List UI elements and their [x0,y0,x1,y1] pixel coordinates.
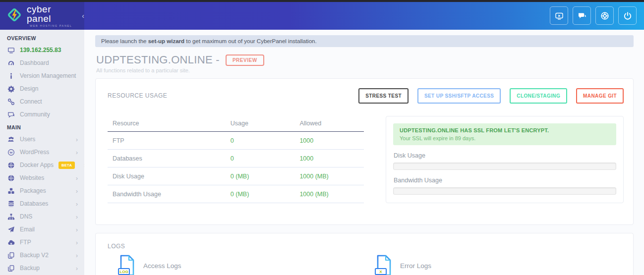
chevron-right-icon: › [76,175,78,181]
chevron-right-icon: › [76,252,78,259]
resource-usage-card: RESOURCE USAGE STRESS TESTSET UP SSH/SFT… [95,78,634,225]
beta-badge: BETA [59,162,75,169]
bandwidth-usage-label: Bandwidth Usage [394,177,616,184]
sidebar-item-backup-v2[interactable]: Backup V2› [0,249,84,262]
sitemap-icon [7,213,15,220]
sidebar-item-email[interactable]: Email› [0,223,84,236]
sidebar-item-community[interactable]: Community [0,108,84,121]
resource-usage-value: 0 [226,150,295,167]
table-row: Bandwidth Usage0 (MB)1000 (MB) [108,185,364,203]
error-file-icon: X [374,254,393,275]
chevron-right-icon: › [76,265,78,272]
table-row: FTP01000 [108,132,364,150]
resource-name: Bandwidth Usage [108,185,226,203]
resource-usage-value: 0 (MB) [226,167,295,185]
power-icon [623,11,633,21]
ssl-status-panel: UDPTESTING.ONLINE HAS SSL FROM LET'S ENC… [386,116,624,203]
sidebar-item-connect[interactable]: Connect [0,95,84,108]
resource-usage-title: RESOURCE USAGE [108,88,167,99]
page-title: UDPTESTING.ONLINE - [96,54,220,66]
monitor-icon [7,47,15,54]
log-label: Access Logs [143,262,181,270]
stress-test-button[interactable]: STRESS TEST [358,88,409,104]
resource-action-buttons: STRESS TESTSET UP SSH/SFTP ACCESSCLONE/S… [358,88,624,104]
manage-git-button[interactable]: MANAGE GIT [576,88,624,104]
resource-name: Databases [108,150,226,167]
notice-text-suffix: to get maximum out of your CyberPanel in… [184,38,317,44]
sidebar-item-label: Design [20,85,38,92]
resource-allowed-value: 1000 [294,150,364,167]
sidebar-item-label: Backup V2 [20,252,49,259]
app-subtitle: WEB HOSTING PANEL [27,25,75,28]
sidebar-item-wordpress[interactable]: WWordPress› [0,146,84,159]
chevron-right-icon: › [76,239,78,246]
setup-wizard-notice: Please launch the set-up wizard to get m… [95,35,634,47]
chevron-right-icon: › [76,214,78,220]
sidebar-item-websites[interactable]: Websites› [0,171,84,184]
sidebar-item-label: Databases [20,200,48,207]
access-logs-link[interactable]: LOGAccess Logs [108,254,364,275]
sidebar-item-backup[interactable]: Backup› [0,262,84,275]
chevron-right-icon: › [76,226,78,233]
svg-text:W: W [9,151,13,155]
sidebar-section-overview: OVERVIEW [0,32,84,44]
resource-allowed-value: 1000 (MB) [294,185,364,203]
sidebar-item-ftp[interactable]: FTP› [0,236,84,249]
sidebar-item-packages[interactable]: Packages› [0,184,84,197]
sidebar-item-version-management[interactable]: Version Management [0,69,84,82]
error-logs-link[interactable]: XError Logs [364,254,621,275]
sidebar-item-dashboard[interactable]: Dashboard [0,56,84,69]
resource-name: Disk Usage [108,167,226,185]
youtube-button[interactable] [550,6,568,25]
sidebar-item-label: Packages [20,187,46,194]
chat-button[interactable] [573,6,591,25]
gear-icon [7,85,15,93]
sidebar-collapse-button[interactable]: ‹ [82,12,84,20]
sidebar-item-139-162-255-83[interactable]: 139.162.255.83 [0,44,84,56]
support-button[interactable] [595,6,614,25]
app-title: cyber panel [27,4,75,23]
sidebar-item-label: Connect [20,98,42,105]
sidebar-item-label: 139.162.255.83 [20,47,61,54]
database-icon [7,200,15,208]
sidebar-item-users[interactable]: Users› [0,133,84,146]
sidebar-item-label: Version Management [20,72,76,79]
sidebar-item-docker-apps[interactable]: Docker AppsBETA› [0,159,84,171]
clone-staging-button[interactable]: CLONE/STAGING [510,88,567,104]
paper-plane-icon [7,226,15,233]
logs-row: LOGAccess LogsXError Logs [108,254,621,275]
copy-icon [7,252,15,259]
ssl-status-alert: UDPTESTING.ONLINE HAS SSL FROM LET'S ENC… [393,123,616,145]
sidebar: OVERVIEW139.162.255.83DashboardVersion M… [0,30,84,275]
power-button[interactable] [618,6,637,25]
log-file-icon: LOG [117,254,136,275]
sidebar-item-label: Community [20,111,50,118]
comments-icon [577,11,587,21]
chevron-right-icon: › [76,149,78,156]
ssh-sftp-access-button[interactable]: SET UP SSH/SFTP ACCESS [417,88,501,104]
preview-button[interactable]: PREVIEW [226,55,264,66]
sidebar-item-databases[interactable]: Databases› [0,197,84,210]
link-icon [7,98,15,106]
resource-name: FTP [108,132,226,150]
wordpress-icon: W [7,149,15,156]
sidebar-item-label: FTP [20,239,31,246]
youtube-icon [554,11,564,21]
header-actions [550,6,637,25]
notice-text: Please launch the [101,38,148,44]
sidebar-item-design[interactable]: Design [0,82,84,95]
logs-card: LOGS LOGAccess LogsXError Logs [95,233,634,275]
resource-allowed-value: 1000 [294,132,364,150]
sidebar-item-label: Users [20,136,35,143]
sidebar-item-dns[interactable]: DNS› [0,210,84,223]
disk-usage-label: Disk Usage [394,152,616,159]
page-head: UDPTESTING.ONLINE - PREVIEW All function… [96,54,634,73]
bandwidth-usage-progressbar [393,187,616,195]
setup-wizard-link[interactable]: set-up wizard [148,38,184,44]
disk-usage-progressbar [393,163,616,170]
dashboard-icon [7,59,15,67]
main-content: Please launch the set-up wizard to get m… [84,30,644,275]
resource-usage-table: ResourceUsageAllowedFTP01000Databases010… [108,116,364,203]
log-label: Error Logs [400,262,431,270]
table-header-usage: Usage [226,116,295,132]
